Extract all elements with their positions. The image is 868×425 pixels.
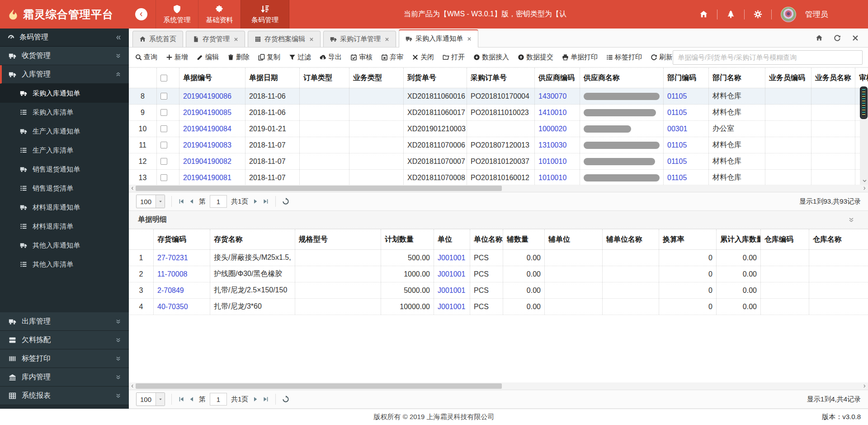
- column-header[interactable]: 到货单号: [404, 68, 467, 88]
- page-size-select[interactable]: 100: [136, 392, 165, 406]
- table-row[interactable]: 132019041900812018-11-07XD201811070008PO…: [129, 170, 868, 185]
- cell-supplier_code[interactable]: 1000020: [535, 121, 580, 137]
- cell-inv_code[interactable]: 27-70231: [154, 250, 210, 266]
- horizontal-scrollbar[interactable]: [129, 382, 868, 390]
- column-header[interactable]: 审核: [855, 68, 868, 88]
- sidebar-toggle-button[interactable]: [135, 8, 147, 20]
- column-header[interactable]: 辅数量: [503, 229, 545, 249]
- tab-close-icon[interactable]: [467, 37, 472, 41]
- column-header[interactable]: 业务员编码: [765, 68, 811, 88]
- home-icon[interactable]: [699, 10, 708, 19]
- tree-icon[interactable]: [726, 10, 735, 19]
- cell-unit[interactable]: J001001: [434, 282, 470, 298]
- user-name[interactable]: 管理员: [805, 9, 828, 19]
- sidebar-subitem[interactable]: 材料退库通知单: [0, 198, 129, 217]
- page-number-input[interactable]: [210, 393, 227, 406]
- sidebar-subitem[interactable]: 生产入库清单: [0, 141, 129, 160]
- cell-inv_code[interactable]: 40-70350: [154, 299, 210, 315]
- scroll-right-icon[interactable]: [862, 384, 867, 388]
- cell-dept_code[interactable]: 01105: [664, 88, 709, 104]
- column-header[interactable]: 单位名称: [470, 229, 503, 249]
- toolbar-button-cloud-down[interactable]: 导出: [320, 53, 342, 62]
- scroll-right-icon[interactable]: [862, 186, 867, 191]
- toolbar-button-pencil[interactable]: 编辑: [197, 53, 219, 62]
- sidebar-collapse-icon[interactable]: [115, 34, 122, 41]
- tab-close-icon[interactable]: [385, 37, 389, 42]
- toolbar-button-circle-up[interactable]: 数据提交: [518, 53, 553, 62]
- cell-dept_code[interactable]: 01105: [664, 105, 709, 120]
- tab[interactable]: 采购入库通知单: [399, 29, 478, 47]
- top-nav-item[interactable]: 条码管理: [241, 0, 289, 29]
- row-checkbox[interactable]: [160, 93, 167, 100]
- sidebar-subitem[interactable]: 材料退库清单: [0, 217, 129, 236]
- cell-unit[interactable]: J001001: [434, 299, 470, 315]
- sidebar-subitem[interactable]: 采购入库清单: [0, 103, 129, 122]
- tab[interactable]: 存货档案编辑: [248, 31, 321, 47]
- cell-dept_code[interactable]: 00301: [664, 121, 709, 137]
- cell-doc_no[interactable]: 201904190085: [179, 105, 245, 120]
- sidebar-subitem[interactable]: 销售退货通知单: [0, 160, 129, 179]
- scroll-left-icon[interactable]: [130, 186, 135, 191]
- reload-button[interactable]: [282, 396, 289, 403]
- column-header[interactable]: 累计入库数量: [717, 229, 761, 249]
- column-header[interactable]: 换算率: [659, 229, 717, 249]
- scroll-left-icon[interactable]: [130, 384, 135, 388]
- last-page-button[interactable]: [263, 396, 269, 402]
- cell-doc_no[interactable]: 201904190086: [179, 88, 245, 104]
- sidebar-item[interactable]: 系统报表: [0, 387, 129, 405]
- sidebar-item[interactable]: 标签打印: [0, 349, 129, 368]
- column-header[interactable]: 供应商编码: [535, 68, 580, 88]
- sidebar-subitem[interactable]: 其他入库通知单: [0, 236, 129, 255]
- cell-doc_no[interactable]: 201904190084: [179, 121, 245, 137]
- column-header[interactable]: 仓库编码: [761, 229, 809, 249]
- sidebar-item[interactable]: 欠料拣配: [0, 331, 129, 349]
- cell-doc_no[interactable]: 201904190081: [179, 170, 245, 185]
- horizontal-scrollbar[interactable]: [129, 185, 868, 192]
- column-header[interactable]: 单据日期: [245, 68, 300, 88]
- cell-supplier_code[interactable]: 1430070: [535, 88, 580, 104]
- toolbar-button-trash[interactable]: 删除: [227, 53, 250, 62]
- column-header[interactable]: 供应商名称: [580, 68, 664, 88]
- next-page-button[interactable]: [252, 198, 259, 205]
- prev-page-button[interactable]: [189, 198, 195, 205]
- cell-supplier_code[interactable]: 1010010: [535, 170, 580, 185]
- cell-inv_code[interactable]: 2-70849: [154, 282, 210, 298]
- sidebar-item[interactable]: 收货管理: [0, 47, 129, 65]
- fuzzy-search-input[interactable]: [673, 50, 863, 65]
- top-nav-item[interactable]: 系统管理: [156, 0, 198, 29]
- column-header[interactable]: 业务员名称: [811, 68, 855, 88]
- tab[interactable]: 采购订单管理: [323, 31, 396, 47]
- top-nav-item[interactable]: 基础资料: [198, 0, 241, 29]
- tab[interactable]: 存货管理: [186, 31, 245, 47]
- toolbar-button-plus[interactable]: 新增: [166, 53, 188, 62]
- row-checkbox[interactable]: [160, 174, 167, 181]
- toolbar-button-cal-x[interactable]: 弃审: [381, 53, 403, 62]
- column-header[interactable]: 仓库名称: [809, 229, 868, 249]
- column-header[interactable]: 单据编号: [179, 68, 245, 88]
- cell-unit[interactable]: J001001: [434, 266, 470, 282]
- scrollbar-thumb[interactable]: [136, 383, 502, 389]
- row-checkbox[interactable]: [160, 125, 167, 132]
- scrollbar-thumb[interactable]: [860, 86, 868, 119]
- scroll-down-icon[interactable]: [862, 178, 867, 183]
- sidebar-subitem[interactable]: 销售退货清单: [0, 179, 129, 198]
- vertical-scrollbar[interactable]: [860, 88, 868, 185]
- column-header[interactable]: 部门名称: [709, 68, 765, 88]
- table-row[interactable]: 82019041900862018-11-06XD201811060016PO2…: [129, 88, 868, 105]
- sidebar-subitem[interactable]: 生产入库通知单: [0, 122, 129, 141]
- table-row[interactable]: 102019041900842019-01-21XD20190121000310…: [129, 121, 868, 137]
- prev-page-button[interactable]: [189, 396, 195, 402]
- sidebar-item[interactable]: 出库管理: [0, 312, 129, 331]
- column-header[interactable]: 辅单位: [545, 229, 603, 249]
- column-header[interactable]: 辅单位名称: [603, 229, 659, 249]
- toolbar-button-folder-open[interactable]: 打开: [443, 53, 465, 62]
- first-page-button[interactable]: [178, 198, 184, 205]
- sidebar-subitem[interactable]: 其他入库清单: [0, 255, 129, 274]
- toolbar-button-circle-down[interactable]: 数据接入: [473, 53, 509, 62]
- column-header[interactable]: 单位: [434, 229, 470, 249]
- column-header[interactable]: 计划数量: [381, 229, 434, 249]
- next-page-button[interactable]: [252, 396, 259, 402]
- select-all-checkbox[interactable]: [160, 75, 167, 81]
- sidebar-item[interactable]: 入库管理: [0, 65, 129, 84]
- reload-button[interactable]: [282, 198, 289, 205]
